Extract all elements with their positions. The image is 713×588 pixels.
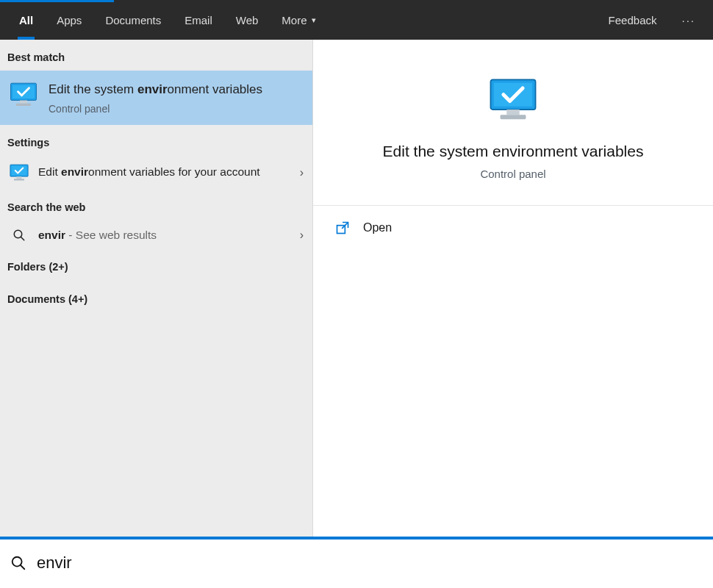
filter-tab-bar: All Apps Documents Email Web More ▾ Feed… xyxy=(0,0,713,40)
search-icon xyxy=(10,555,26,571)
preview-title: Edit the system environment variables xyxy=(383,143,644,160)
monitor-check-icon xyxy=(9,163,29,182)
svg-rect-2 xyxy=(20,101,27,104)
search-input[interactable] xyxy=(37,553,703,573)
best-match-title-bold: envir xyxy=(137,82,168,96)
preview-subtitle: Control panel xyxy=(480,168,545,180)
result-settings-item[interactable]: Edit environment variables for your acco… xyxy=(0,156,312,190)
svg-rect-6 xyxy=(17,176,22,179)
settings-item-pre: Edit xyxy=(38,165,61,178)
feedback-label: Feedback xyxy=(609,14,657,26)
action-open-label: Open xyxy=(363,221,392,234)
tab-email[interactable]: Email xyxy=(173,0,224,40)
search-bar xyxy=(0,538,713,587)
tab-apps-label: Apps xyxy=(57,14,82,26)
web-item-text: envir - See web results xyxy=(38,228,291,243)
svg-rect-3 xyxy=(16,104,31,106)
more-options-button[interactable]: ··· xyxy=(671,14,706,26)
tab-all[interactable]: All xyxy=(7,0,45,40)
result-best-match[interactable]: Edit the system environment variables Co… xyxy=(0,71,312,125)
tab-apps[interactable]: Apps xyxy=(45,0,93,40)
open-icon xyxy=(335,220,350,235)
best-match-title: Edit the system environment variables xyxy=(49,81,262,98)
feedback-link[interactable]: Feedback xyxy=(594,14,672,26)
tab-documents[interactable]: Documents xyxy=(93,0,173,40)
svg-line-16 xyxy=(21,565,25,570)
tab-web-label: Web xyxy=(236,14,259,26)
results-pane: Best match Edit the system environment v… xyxy=(0,40,313,537)
preview-pane: Edit the system environment variables Co… xyxy=(313,40,713,537)
search-icon xyxy=(12,229,26,242)
chevron-right-icon: › xyxy=(300,166,304,179)
tab-documents-label: Documents xyxy=(105,14,161,26)
svg-rect-5 xyxy=(12,165,27,175)
best-match-title-pre: Edit the system xyxy=(49,82,137,96)
tab-all-label: All xyxy=(19,14,33,26)
monitor-check-icon xyxy=(487,76,540,123)
section-best-match: Best match xyxy=(0,40,312,71)
svg-rect-11 xyxy=(494,83,532,107)
tab-more[interactable]: More ▾ xyxy=(270,0,327,40)
section-documents[interactable]: Documents (4+) xyxy=(0,283,312,315)
action-open[interactable]: Open xyxy=(313,206,713,250)
web-item-bold: envir xyxy=(38,229,65,241)
ellipsis-icon: ··· xyxy=(681,14,695,26)
section-search-web: Search the web xyxy=(0,190,312,220)
tab-web[interactable]: Web xyxy=(224,0,270,40)
result-web-item[interactable]: envir - See web results › xyxy=(0,220,312,251)
monitor-check-icon xyxy=(9,81,38,109)
svg-rect-7 xyxy=(14,179,24,180)
svg-rect-1 xyxy=(12,85,35,98)
main-area: Best match Edit the system environment v… xyxy=(0,40,713,538)
tab-email-label: Email xyxy=(184,14,212,26)
svg-line-9 xyxy=(21,237,24,241)
settings-item-text: Edit environment variables for your acco… xyxy=(38,165,291,180)
section-settings: Settings xyxy=(0,125,312,156)
tab-more-label: More xyxy=(282,14,307,26)
best-match-title-post: onment variables xyxy=(168,82,262,96)
svg-rect-12 xyxy=(506,110,519,115)
section-folders[interactable]: Folders (2+) xyxy=(0,251,312,283)
chevron-right-icon: › xyxy=(300,229,304,242)
web-item-suffix: - See web results xyxy=(65,229,157,241)
preview-header: Edit the system environment variables Co… xyxy=(313,40,713,206)
svg-rect-13 xyxy=(501,115,526,119)
settings-item-bold: envir xyxy=(61,165,88,178)
settings-item-post: onment variables for your account xyxy=(88,165,259,178)
chevron-down-icon: ▾ xyxy=(312,15,316,25)
best-match-subtitle: Control panel xyxy=(49,103,262,115)
